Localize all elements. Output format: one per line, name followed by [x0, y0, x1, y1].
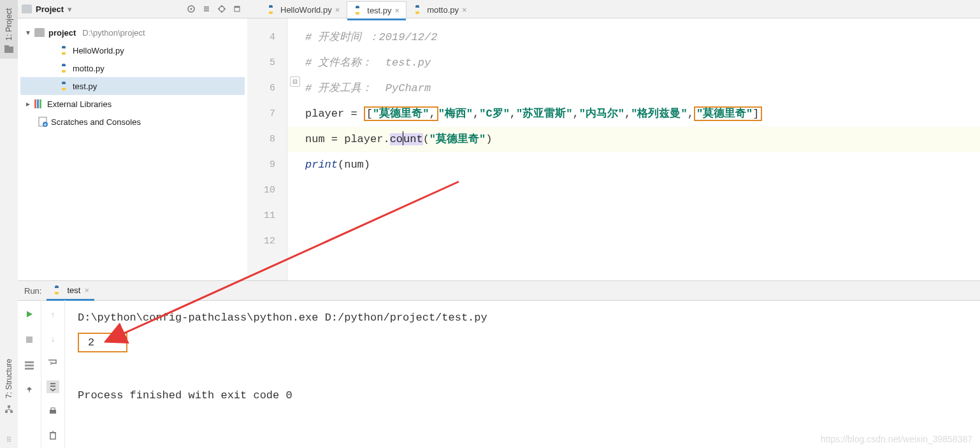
fold-icon[interactable]: ⊟ [290, 76, 300, 87]
settings-icon[interactable] [215, 3, 228, 15]
up-icon[interactable]: ↑ [47, 308, 59, 321]
run-toolbar-secondary: ↑ ↓ [41, 300, 65, 448]
watermark: https://blog.csdn.net/weixin_39858387 [821, 434, 972, 444]
pin-icon[interactable] [23, 384, 36, 397]
close-icon[interactable]: × [462, 5, 467, 15]
left-tool-strip: 1: Project 7: Structure ⠿ [0, 0, 18, 448]
line-number: 12 [247, 229, 287, 254]
python-file-icon [352, 5, 363, 15]
tree-root-project[interactable]: ▾ project D:\python\project [20, 24, 245, 41]
tree-label: test.py [73, 82, 97, 91]
editor-area: HelloWorld.py × test.py × motto.py × 4 5… [247, 0, 980, 280]
line-number: 11 [247, 203, 287, 229]
tab-label: motto.py [427, 5, 459, 15]
console-exit-message: Process finished with exit code 0 [78, 389, 967, 401]
python-file-icon [59, 81, 69, 91]
svg-point-6 [191, 8, 192, 10]
folder-icon [4, 44, 14, 54]
svg-rect-14 [25, 365, 34, 366]
python-file-icon [59, 63, 69, 73]
code-area[interactable]: ⊟ # 开发时间 ：2019/12/2 # 文件名称： test.py # 开发… [287, 18, 980, 280]
highlight-box: "莫德里奇"] [694, 106, 762, 121]
python-file-icon [59, 45, 69, 55]
run-panel: Run: test × ↑ ↓ D:\python\config-pathcla… [18, 280, 980, 448]
down-icon[interactable]: ↓ [47, 332, 59, 345]
structure-icon [4, 405, 13, 414]
close-icon[interactable]: × [395, 6, 400, 15]
tab-label: HelloWorld.py [280, 5, 332, 15]
line-number: 9 [247, 152, 287, 178]
tree-label: External Libraries [47, 99, 112, 109]
text-cursor [403, 131, 403, 145]
tool-structure-tab[interactable]: 7: Structure [0, 346, 18, 423]
svg-rect-18 [50, 433, 55, 439]
console-output[interactable]: D:\python\config-pathclass\python.exe D:… [65, 300, 980, 448]
tree-scratches[interactable]: Scratches and Consoles [20, 113, 245, 131]
stop-icon[interactable] [23, 333, 36, 346]
project-panel-title: Project [36, 4, 64, 14]
code-line-9: print(num) [287, 152, 980, 178]
hide-panel-icon[interactable] [231, 3, 243, 15]
tool-strip-dots: ⠿ [0, 436, 18, 444]
tool-project-tab[interactable]: 1: Project [0, 0, 18, 59]
line-number: 10 [247, 178, 287, 203]
close-icon[interactable]: × [84, 285, 89, 295]
highlight-box: ["莫德里奇", [364, 106, 438, 121]
code-comment: # 开发工具： PyCharm [305, 82, 431, 94]
python-file-icon [52, 285, 62, 295]
chevron-down-icon[interactable]: ▾ [68, 4, 72, 14]
selection: co [390, 133, 403, 145]
selection: unt [403, 133, 423, 145]
print-icon[interactable] [47, 405, 59, 417]
library-icon [34, 99, 45, 109]
line-number: 5 [247, 50, 287, 76]
rerun-icon[interactable] [23, 308, 36, 321]
run-panel-header: Run: test × [18, 281, 980, 301]
line-number: 4 [247, 25, 287, 50]
editor-body[interactable]: 4 5 6 7 8 9 10 11 12 ⊟ # 开发时间 ：2019/12/2… [247, 18, 980, 280]
tab-motto[interactable]: motto.py × [407, 1, 473, 18]
scroll-from-source-icon[interactable] [185, 3, 198, 15]
close-icon[interactable]: × [335, 5, 340, 15]
tab-helloworld[interactable]: HelloWorld.py × [260, 1, 347, 18]
python-file-icon [266, 4, 276, 15]
folder-icon [22, 4, 32, 13]
caret-right-icon: ▸ [24, 99, 32, 108]
tab-test[interactable]: test.py × [347, 1, 407, 18]
tree-file-test[interactable]: test.py [20, 77, 245, 95]
project-panel-header: Project ▾ [18, 0, 247, 18]
tree-label: HelloWorld.py [73, 46, 124, 55]
tree-file-helloworld[interactable]: HelloWorld.py [20, 41, 245, 59]
python-file-icon [412, 4, 422, 15]
code-comment: # 开发时间 ：2019/12/2 [305, 31, 437, 43]
console-result-highlighted: 2 [78, 333, 127, 352]
tree-external-libraries[interactable]: ▸ External Libraries [20, 95, 245, 113]
caret-down-icon: ▾ [24, 28, 32, 37]
code-line-7: player = ["莫德里奇","梅西","C罗","苏亚雷斯","内马尔",… [287, 101, 980, 127]
svg-rect-2 [8, 405, 10, 408]
tree-file-motto[interactable]: motto.py [20, 59, 245, 77]
layout-icon[interactable] [23, 359, 36, 372]
svg-rect-9 [234, 6, 240, 8]
scroll-to-end-icon[interactable] [47, 380, 59, 393]
code-line-8: num = player.count("莫德里奇") [287, 127, 980, 152]
run-toolbar-primary [18, 300, 41, 448]
project-panel: Project ▾ ▾ project D:\python\project He… [18, 0, 248, 280]
svg-rect-1 [4, 45, 9, 48]
svg-rect-15 [25, 368, 34, 370]
run-tab-test[interactable]: test × [47, 281, 94, 301]
editor-gutter: 4 5 6 7 8 9 10 11 12 [247, 18, 287, 280]
tab-label: test.py [367, 6, 391, 15]
project-tree: ▾ project D:\python\project HelloWorld.p… [18, 18, 247, 136]
trash-icon[interactable] [47, 429, 59, 442]
svg-rect-13 [25, 361, 34, 363]
folder-icon [34, 28, 45, 37]
collapse-all-icon[interactable] [200, 3, 213, 15]
soft-wrap-icon[interactable] [47, 356, 59, 369]
tree-label: motto.py [73, 64, 104, 73]
tree-path: D:\python\project [82, 28, 145, 38]
svg-rect-12 [26, 336, 32, 343]
tree-label: project [48, 28, 76, 38]
code-comment: # 文件名称： test.py [305, 57, 431, 69]
console-command: D:\python\config-pathclass\python.exe D:… [78, 312, 967, 324]
